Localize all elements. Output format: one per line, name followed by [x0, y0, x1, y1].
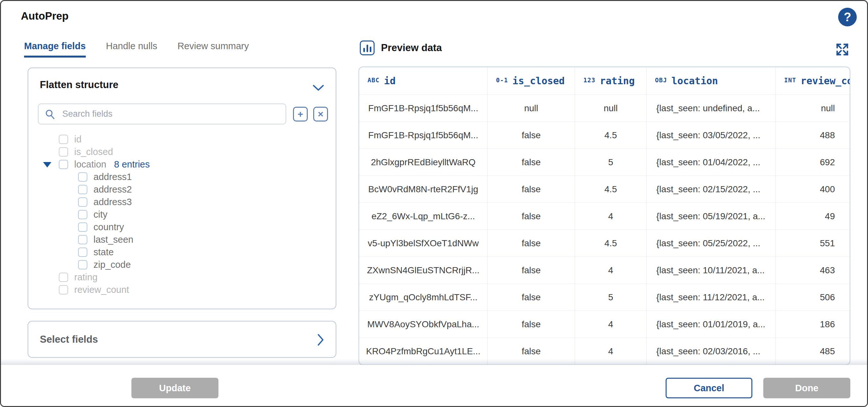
cell-is-closed: false: [488, 284, 575, 311]
cancel-button[interactable]: Cancel: [665, 378, 752, 398]
cell-rating: 4.5: [575, 122, 647, 148]
cell-location: {last_seen: undefined, a...: [647, 95, 776, 121]
expand-all-button[interactable]: +: [293, 107, 308, 121]
cell-rating: 4.5: [575, 230, 647, 257]
cell-location: {last_seen: 03/05/2022, ...: [647, 122, 776, 148]
cell-id: zYUgm_qOcly8mhLdTSF...: [359, 284, 488, 311]
tab-manage-fields[interactable]: Manage fields: [24, 41, 86, 58]
cell-rating: 4: [575, 311, 647, 338]
tree-item-city: city: [28, 208, 336, 221]
entries-badge[interactable]: 8 entries: [114, 159, 150, 170]
cell-review-count: 551: [776, 230, 850, 257]
cell-review-count: null: [776, 95, 850, 121]
autoprep-dialog: AutoPrep ? Manage fields Handle nulls Re…: [0, 0, 868, 407]
caret-down-icon[interactable]: [43, 162, 52, 168]
fullscreen-button[interactable]: [834, 41, 851, 58]
checkbox-city[interactable]: [78, 210, 87, 219]
tree-item-address1: address1: [28, 171, 336, 183]
checkbox-id: [59, 135, 68, 144]
tree-item-address2: address2: [28, 183, 336, 196]
select-fields-panel[interactable]: Select fields: [28, 321, 336, 358]
cell-is-closed: false: [488, 230, 575, 257]
checkbox-zip-code[interactable]: [78, 260, 87, 269]
cell-id: eZ2_6Wx-Lqp_mLtG6-z...: [359, 203, 488, 230]
tree-item-zip-code: zip_code: [28, 259, 336, 271]
checkbox-country[interactable]: [78, 223, 87, 232]
table-row: 2hGlxgprREdBieylltWaRQ false 5 {last_see…: [359, 148, 850, 176]
tree-item-rating: rating: [28, 271, 336, 284]
table-row: FmGF1B-Rpsjq1f5b56qM... null null {last_…: [359, 94, 850, 121]
checkbox-address1[interactable]: [78, 172, 87, 182]
checkbox-state[interactable]: [78, 248, 87, 257]
table-header-row: ABC id 0-1 is_closed 123 rating OBJ loca…: [359, 67, 850, 94]
checkbox-last-seen[interactable]: [78, 235, 87, 244]
cell-id: 2hGlxgprREdBieylltWaRQ: [359, 149, 488, 176]
chevron-right-icon[interactable]: [317, 334, 324, 346]
x-icon: ×: [318, 109, 323, 119]
tree-item-last-seen: last_seen: [28, 233, 336, 246]
tree-item-id: id: [28, 133, 336, 146]
cell-id: MWV8AoySYObkfVpaLha...: [359, 311, 488, 338]
preview-data-header: Preview data: [360, 40, 442, 55]
page-title: AutoPrep: [21, 10, 69, 22]
cell-id: FmGF1B-Rpsjq1f5b56qM...: [359, 95, 488, 121]
cell-id: ZXwnSN4GlEuSTNCRrjjR...: [359, 257, 488, 284]
flatten-structure-title: Flatten structure: [40, 79, 119, 91]
checkbox-address2[interactable]: [78, 185, 87, 194]
tree-item-state: state: [28, 246, 336, 259]
table-row: ZXwnSN4GlEuSTNCRrjjR... false 4 {last_se…: [359, 257, 850, 284]
cell-id: BcW0vRdM8N-rteR2FfV1jg: [359, 176, 488, 203]
question-mark-icon: ?: [844, 10, 851, 24]
column-header-review-count: INT review_count: [776, 67, 850, 94]
done-button[interactable]: Done: [763, 378, 850, 398]
table-row: eZ2_6Wx-Lqp_mLtG6-z... false 4 {last_see…: [359, 203, 850, 230]
column-header-location: OBJ location: [647, 67, 776, 94]
cell-is-closed: false: [488, 203, 575, 230]
collapse-all-button[interactable]: ×: [313, 107, 328, 121]
cell-rating: 4: [575, 257, 647, 284]
cell-location: {last_seen: 01/04/2022, ...: [647, 149, 776, 176]
type-integer-icon: INT: [784, 77, 796, 84]
tab-handle-nulls[interactable]: Handle nulls: [106, 41, 157, 58]
type-object-icon: OBJ: [655, 77, 667, 84]
tab-review-summary[interactable]: Review summary: [177, 41, 249, 58]
table-row: FmGF1B-Rpsjq1f5b56qM... false 4.5 {last_…: [359, 121, 850, 148]
column-header-id: ABC id: [359, 67, 488, 94]
cell-is-closed: false: [488, 257, 575, 284]
field-tree: id is_closed location 8 entries address1…: [28, 133, 336, 296]
checkbox-rating: [59, 272, 68, 282]
chevron-down-icon[interactable]: [313, 84, 324, 91]
search-fields-box: [38, 104, 286, 124]
tree-item-location: location 8 entries: [28, 158, 336, 171]
cell-location: {last_seen: 11/12/2021, a...: [647, 284, 776, 311]
search-icon: [45, 109, 55, 119]
cell-location: {last_seen: 01/01/2019, a...: [647, 311, 776, 338]
update-button[interactable]: Update: [131, 378, 218, 398]
checkbox-location[interactable]: [59, 160, 68, 169]
table-row: MWV8AoySYObkfVpaLha... false 4 {last_see…: [359, 311, 850, 338]
cell-rating: null: [575, 95, 647, 121]
cell-review-count: 692: [776, 149, 850, 176]
table-row: v5-upYl3belSfXOeT1dNWw false 4.5 {last_s…: [359, 230, 850, 257]
help-button[interactable]: ?: [838, 8, 857, 26]
search-input[interactable]: [62, 109, 279, 119]
plus-icon: +: [298, 109, 303, 119]
table-row: BcW0vRdM8N-rteR2FfV1jg false 4.5 {last_s…: [359, 176, 850, 203]
checkbox-address3[interactable]: [78, 197, 87, 207]
cell-location: {last_seen: 05/25/2022, ...: [647, 230, 776, 257]
cell-review-count: 506: [776, 284, 850, 311]
tree-item-country: country: [28, 221, 336, 233]
checkbox-is-closed: [59, 147, 68, 156]
column-header-is-closed: 0-1 is_closed: [488, 67, 575, 94]
cell-location: {last_seen: 05/19/2021, a...: [647, 203, 776, 230]
checkbox-review-count: [59, 285, 68, 294]
footer-shadow: [1, 359, 867, 365]
cell-is-closed: false: [488, 149, 575, 176]
tree-item-review-count: review_count: [28, 284, 336, 296]
type-number-icon: 123: [583, 77, 595, 84]
cell-is-closed: false: [488, 122, 575, 148]
preview-table: ABC id 0-1 is_closed 123 rating OBJ loca…: [359, 66, 850, 365]
cell-review-count: 400: [776, 176, 850, 203]
cell-is-closed: null: [488, 95, 575, 121]
expand-arrows-icon: [835, 42, 850, 57]
